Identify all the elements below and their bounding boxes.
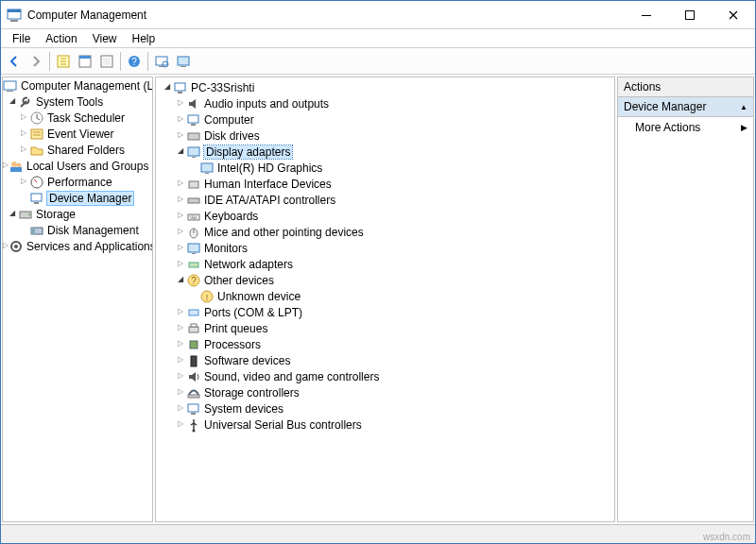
expand-icon[interactable] <box>3 241 9 249</box>
dev-root[interactable]: PC-33Srishti <box>162 79 614 95</box>
dev-monitors[interactable]: Monitors <box>162 240 614 256</box>
dev-display-child[interactable]: Intel(R) HD Graphics <box>162 160 614 176</box>
expand-icon[interactable] <box>7 209 18 217</box>
tree-local-users[interactable]: Local Users and Groups <box>3 158 152 174</box>
tree-disk-mgmt[interactable]: Disk Management <box>3 222 152 238</box>
dev-other-child[interactable]: !Unknown device <box>162 288 614 304</box>
dev-sound[interactable]: Sound, video and game controllers <box>162 368 614 384</box>
refresh-button[interactable] <box>96 51 117 72</box>
expand-icon[interactable] <box>175 98 186 107</box>
expand-icon[interactable] <box>175 387 186 396</box>
expand-icon[interactable] <box>18 144 29 153</box>
tree-root-compmgmt[interactable]: Computer Management (Local <box>3 77 152 94</box>
dev-keyboards[interactable]: Keyboards <box>162 208 614 224</box>
expand-icon[interactable] <box>175 339 186 348</box>
expand-icon[interactable] <box>18 112 29 121</box>
dev-ports[interactable]: Ports (COM & LPT) <box>162 304 614 320</box>
svg-rect-39 <box>192 157 196 158</box>
expand-icon[interactable] <box>175 195 186 203</box>
menu-help[interactable]: Help <box>125 30 163 47</box>
expand-icon[interactable] <box>175 178 186 187</box>
svg-rect-34 <box>178 92 182 94</box>
tree-label: PC-33Srishti <box>191 81 254 94</box>
svg-point-21 <box>11 162 17 167</box>
tree-system-tools[interactable]: System Tools <box>3 94 152 110</box>
dev-disk[interactable]: Disk drives <box>162 128 614 144</box>
ports-icon <box>186 305 201 320</box>
show-hide-tree-button[interactable] <box>53 51 74 72</box>
expand-icon[interactable] <box>175 259 186 267</box>
forward-button[interactable] <box>26 51 46 72</box>
console-tree-pane[interactable]: Computer Management (Local System Tools … <box>2 76 153 522</box>
expand-icon[interactable] <box>162 82 173 91</box>
expand-icon[interactable] <box>175 307 186 315</box>
expand-icon[interactable] <box>175 323 186 332</box>
menu-view[interactable]: View <box>85 30 125 47</box>
dev-printq[interactable]: Print queues <box>162 320 614 336</box>
expand-icon[interactable] <box>3 161 9 169</box>
expand-icon[interactable] <box>175 419 186 428</box>
dev-computer[interactable]: Computer <box>162 111 614 128</box>
tree-storage[interactable]: Storage <box>3 206 152 222</box>
expand-icon[interactable] <box>175 130 186 139</box>
maximize-button[interactable] <box>668 1 712 29</box>
dev-mice[interactable]: Mice and other pointing devices <box>162 224 614 240</box>
tree-device-manager[interactable]: Device Manager <box>3 190 152 206</box>
tree-task-scheduler[interactable]: Task Scheduler <box>3 110 152 126</box>
svg-rect-1 <box>8 9 21 12</box>
tree-services-apps[interactable]: Services and Applications <box>3 238 152 254</box>
dev-storage[interactable]: Storage controllers <box>162 384 614 400</box>
dev-audio[interactable]: Audio inputs and outputs <box>162 95 614 111</box>
dev-proc[interactable]: Processors <box>162 336 614 352</box>
expand-icon[interactable] <box>175 114 186 123</box>
back-button[interactable] <box>4 51 25 72</box>
expand-icon[interactable] <box>175 243 186 251</box>
actions-more[interactable]: More Actions ▶ <box>618 117 753 138</box>
properties-button[interactable] <box>75 51 95 72</box>
expand-icon[interactable] <box>18 128 29 137</box>
close-button[interactable] <box>712 1 755 29</box>
expand-icon[interactable] <box>175 403 186 412</box>
expand-icon[interactable] <box>175 211 186 219</box>
expand-icon[interactable] <box>175 371 186 380</box>
tree-performance[interactable]: Performance <box>3 174 152 190</box>
tree-label: Print queues <box>204 322 267 335</box>
expand-icon[interactable] <box>175 275 186 283</box>
titlebar: Computer Management <box>1 1 755 29</box>
expand-icon[interactable] <box>7 96 18 105</box>
minimize-button[interactable] <box>625 1 668 29</box>
tree-event-viewer[interactable]: Event Viewer <box>3 126 152 142</box>
actions-group[interactable]: Device Manager ▲ <box>618 97 753 117</box>
dev-network[interactable]: Network adapters <box>162 256 614 272</box>
svg-rect-2 <box>10 20 18 22</box>
dev-ide[interactable]: IDE ATA/ATAPI controllers <box>162 192 614 208</box>
menu-action[interactable]: Action <box>38 30 84 47</box>
device-tree-pane[interactable]: PC-33Srishti Audio inputs and outputs Co… <box>155 76 615 522</box>
snapin-icon <box>3 78 18 94</box>
svg-rect-15 <box>178 57 189 65</box>
dev-usb[interactable]: Universal Serial Bus controllers <box>162 416 614 433</box>
svg-rect-7 <box>79 56 91 59</box>
expand-icon[interactable] <box>175 227 186 235</box>
tree-label: Processors <box>204 338 261 351</box>
tree-label: Computer Management (Local <box>21 79 153 93</box>
dev-display[interactable]: Display adapters <box>162 144 614 160</box>
tree-label: System Tools <box>36 95 103 109</box>
dev-hid[interactable]: Human Interface Devices <box>162 176 614 192</box>
expand-icon[interactable] <box>18 177 29 185</box>
svg-rect-26 <box>34 202 39 204</box>
expand-icon[interactable] <box>175 146 186 155</box>
svg-rect-55 <box>189 327 198 332</box>
scan-button[interactable] <box>151 51 172 72</box>
tree-shared-folders[interactable]: Shared Folders <box>3 142 152 158</box>
svg-text:?: ? <box>191 276 197 286</box>
device-view-button[interactable] <box>173 51 194 72</box>
tree-label: Event Viewer <box>47 128 113 141</box>
dev-sysdev[interactable]: System devices <box>162 400 614 416</box>
expand-icon[interactable] <box>175 355 186 364</box>
monitor-icon <box>186 241 201 256</box>
dev-other[interactable]: ?Other devices <box>162 272 614 288</box>
menu-file[interactable]: File <box>5 30 38 47</box>
dev-softdev[interactable]: Software devices <box>162 352 614 368</box>
help-button[interactable]: ? <box>124 51 145 72</box>
